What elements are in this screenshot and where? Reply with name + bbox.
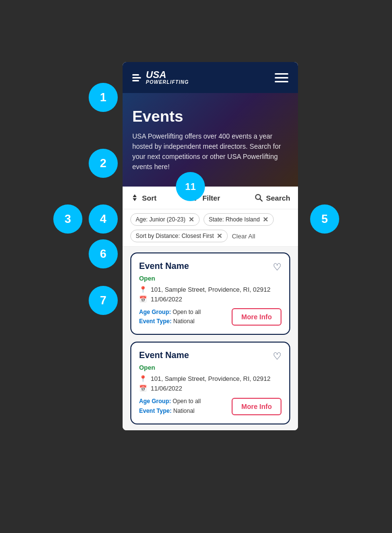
sort-filter-tag[interactable]: Sort by Distance: Closest First ✕ (130, 230, 228, 242)
event-2-date: 📅 11/06/2022 (139, 385, 282, 392)
event-2-meta: Age Group: Open to all Event Type: Natio… (139, 397, 201, 415)
filter-bar: Sort Filter Search (123, 187, 298, 209)
clear-all-button[interactable]: Clear All (232, 233, 255, 240)
state-filter-tag[interactable]: State: Rhode Island ✕ (204, 213, 274, 226)
event-2-address: 📍 101, Sample Street, Providence, RI, 02… (139, 375, 282, 382)
circle-11: 11 (176, 172, 205, 201)
location-icon-2: 📍 (139, 375, 147, 382)
event-1-name: Event Name (139, 261, 189, 271)
logo-usa: USA (146, 70, 189, 79)
age-filter-tag[interactable]: Age: Junior (20-23) ✕ (130, 213, 200, 226)
calendar-icon-2: 📅 (139, 385, 147, 392)
svg-marker-0 (133, 194, 137, 197)
event-2-status: Open (139, 364, 282, 371)
logo-bar-1 (132, 74, 139, 76)
event-card-2-header: Event Name ♡ (139, 350, 282, 362)
hero-description: USA Powerlifting offers over 400 events … (132, 131, 288, 172)
hamburger-line-2 (275, 77, 288, 78)
sort-icon (130, 193, 139, 202)
state-filter-label: State: Rhode Island (209, 216, 260, 223)
hamburger-menu[interactable] (275, 73, 288, 82)
event-2-name: Event Name (139, 350, 189, 361)
circle-1: 1 (89, 83, 118, 112)
logo: USA POWERLIFTING (132, 70, 189, 85)
hero-title: Events (132, 108, 288, 125)
search-icon (254, 193, 263, 202)
circle-3: 3 (53, 204, 82, 234)
app-header: USA POWERLIFTING (123, 62, 298, 93)
state-filter-close[interactable]: ✕ (263, 216, 268, 223)
event-2-age-group: Age Group: Open to all (139, 397, 201, 406)
svg-marker-1 (133, 198, 137, 201)
location-icon: 📍 (139, 286, 147, 293)
event-1-footer: Age Group: Open to all Event Type: Natio… (139, 308, 282, 326)
logo-bar-3 (132, 80, 139, 81)
calendar-icon: 📅 (139, 296, 147, 303)
circle-5: 5 (310, 204, 339, 234)
event-card-1: Event Name ♡ Open 📍 101, Sample Street, … (130, 252, 290, 335)
logo-text-block: USA POWERLIFTING (146, 70, 189, 85)
event-1-more-info-button[interactable]: More Info (232, 308, 282, 326)
hamburger-line-1 (275, 73, 288, 75)
circle-4: 4 (89, 204, 118, 234)
sort-button[interactable]: Sort (130, 193, 157, 202)
event-2-more-info-button[interactable]: More Info (232, 398, 282, 415)
filter-label: Filter (203, 194, 220, 202)
event-1-date: 📅 11/06/2022 (139, 296, 282, 303)
sort-filter-label: Sort by Distance: Closest First (136, 233, 214, 239)
app-container: USA POWERLIFTING Events USA Powerlifting… (123, 62, 298, 430)
logo-bar-2 (132, 77, 141, 78)
event-1-favorite[interactable]: ♡ (273, 261, 282, 273)
events-list: Event Name ♡ Open 📍 101, Sample Street, … (123, 247, 298, 430)
event-2-event-type: Event Type: National (139, 407, 201, 416)
event-1-age-group: Age Group: Open to all (139, 308, 201, 317)
logo-bars (132, 74, 141, 81)
event-card-1-header: Event Name ♡ (139, 261, 282, 273)
event-1-address: 📍 101, Sample Street, Providence, RI, 02… (139, 286, 282, 293)
event-2-favorite[interactable]: ♡ (273, 350, 282, 362)
event-1-meta: Age Group: Open to all Event Type: Natio… (139, 308, 201, 326)
circle-2: 2 (89, 149, 118, 178)
event-2-footer: Age Group: Open to all Event Type: Natio… (139, 397, 282, 415)
sort-label: Sort (142, 194, 157, 202)
hamburger-line-3 (275, 81, 288, 82)
sort-filter-close[interactable]: ✕ (217, 232, 222, 240)
event-1-event-type: Event Type: National (139, 317, 201, 326)
search-button[interactable]: Search (254, 193, 290, 202)
circle-6: 6 (89, 239, 118, 268)
logo-powerlifting: POWERLIFTING (146, 79, 189, 85)
hero-section: Events USA Powerlifting offers over 400 … (123, 93, 298, 187)
age-filter-label: Age: Junior (20-23) (136, 216, 186, 223)
event-1-status: Open (139, 275, 282, 282)
age-filter-close[interactable]: ✕ (188, 216, 194, 223)
svg-line-3 (260, 199, 262, 202)
search-label: Search (266, 194, 290, 202)
event-card-2: Event Name ♡ Open 📍 101, Sample Street, … (130, 342, 290, 424)
circle-7: 7 (89, 286, 118, 315)
active-filters: Age: Junior (20-23) ✕ State: Rhode Islan… (123, 209, 298, 247)
